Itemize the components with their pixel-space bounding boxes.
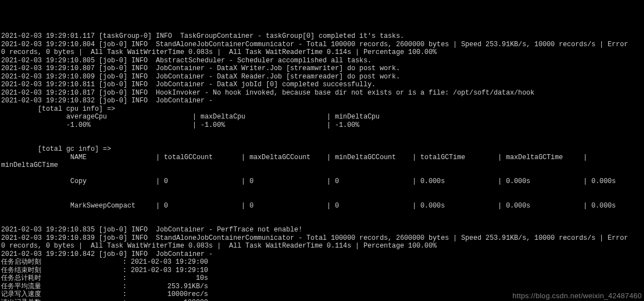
watermark-text: https://blog.csdn.net/weixin_42487460: [513, 292, 642, 300]
terminal-output: 2021-02-03 19:29:01.117 [taskGroup-0] IN…: [1, 32, 643, 301]
